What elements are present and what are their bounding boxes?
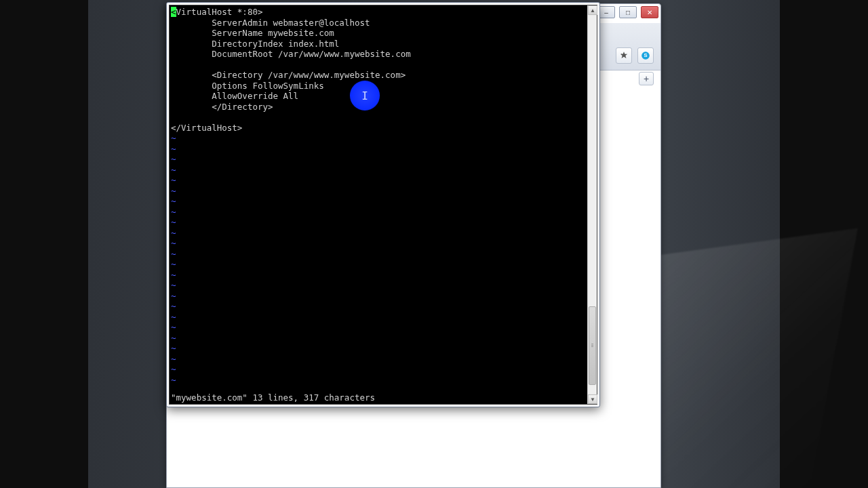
editor-line-0: VirtualHost *:80> bbox=[176, 7, 263, 17]
close-glyph: ✕ bbox=[647, 9, 652, 16]
editor-status-line: "mywebsite.com" 13 lines, 317 characters bbox=[171, 392, 586, 403]
editor-line-3: DirectoryIndex index.html bbox=[171, 39, 339, 49]
editor-line-6: <Directory /var/www/www.mywebsite.com> bbox=[171, 70, 406, 80]
vim-tilde: ~ bbox=[171, 333, 176, 343]
star-dropdown-icon bbox=[619, 51, 629, 60]
vim-tilde: ~ bbox=[171, 217, 176, 227]
toolbar-icons: S bbox=[616, 47, 654, 64]
editor-line-4: DocumentRoot /var/www/www.mywebsite.com bbox=[171, 49, 411, 59]
vim-tilde: ~ bbox=[171, 207, 176, 217]
vim-tilde: ~ bbox=[171, 196, 176, 206]
editor-line-8: AllowOverride All bbox=[171, 91, 298, 101]
terminal-window: <VirtualHost *:80> ServerAdmin webmaster… bbox=[166, 2, 600, 407]
vim-tilde: ~ bbox=[171, 354, 176, 364]
letterbox-left bbox=[0, 0, 88, 488]
vim-tilde: ~ bbox=[171, 259, 176, 269]
favorites-icon[interactable] bbox=[616, 47, 632, 64]
svg-text:S: S bbox=[644, 52, 647, 58]
vim-tilde: ~ bbox=[171, 249, 176, 259]
vim-tilde: ~ bbox=[171, 364, 176, 374]
window-titlebar-buttons: – □ ✕ bbox=[597, 6, 658, 18]
vim-tilde: ~ bbox=[171, 270, 176, 280]
vim-tilde: ~ bbox=[171, 343, 176, 353]
vim-tilde: ~ bbox=[171, 280, 176, 290]
close-button[interactable]: ✕ bbox=[641, 6, 658, 18]
skype-extension-icon[interactable]: S bbox=[637, 47, 654, 64]
editor-cursor: < bbox=[171, 7, 176, 17]
vim-tilde: ~ bbox=[171, 322, 176, 332]
vim-tilde: ~ bbox=[171, 301, 176, 311]
vim-tilde: ~ bbox=[171, 154, 176, 164]
vim-tilde: ~ bbox=[171, 238, 176, 248]
editor-line-2: ServerName mywebsite.com bbox=[171, 28, 334, 38]
terminal-scrollbar[interactable]: ▲ ▼ bbox=[587, 5, 597, 404]
maximize-button[interactable]: □ bbox=[619, 6, 637, 18]
terminal-text[interactable]: <VirtualHost *:80> ServerAdmin webmaster… bbox=[170, 5, 587, 404]
editor-line-1: ServerAdmin webmaster@localhost bbox=[171, 18, 370, 28]
vim-tilde: ~ bbox=[171, 291, 176, 301]
new-tab-button[interactable]: + bbox=[639, 72, 654, 85]
vim-tilde: ~ bbox=[171, 186, 176, 196]
vim-tilde: ~ bbox=[171, 312, 176, 322]
vim-tilde: ~ bbox=[171, 144, 176, 154]
minimize-glyph: – bbox=[604, 9, 608, 16]
editor-line-7: Options FollowSymLinks bbox=[171, 81, 324, 91]
scroll-thumb[interactable] bbox=[589, 306, 596, 385]
vim-tilde: ~ bbox=[171, 228, 176, 238]
editor-line-11: </VirtualHost> bbox=[171, 123, 242, 133]
scroll-up-button[interactable]: ▲ bbox=[588, 5, 597, 15]
vim-tilde: ~ bbox=[171, 375, 176, 385]
vim-tilde: ~ bbox=[171, 175, 176, 185]
plus-icon: + bbox=[644, 73, 649, 84]
scroll-down-button[interactable]: ▼ bbox=[588, 394, 597, 404]
maximize-glyph: □ bbox=[626, 9, 630, 16]
editor-line-9: </Directory> bbox=[171, 102, 273, 112]
vim-tilde: ~ bbox=[171, 165, 176, 175]
vim-tilde: ~ bbox=[171, 133, 176, 143]
skype-icon: S bbox=[641, 51, 650, 60]
terminal-viewport[interactable]: <VirtualHost *:80> ServerAdmin webmaster… bbox=[169, 5, 597, 405]
